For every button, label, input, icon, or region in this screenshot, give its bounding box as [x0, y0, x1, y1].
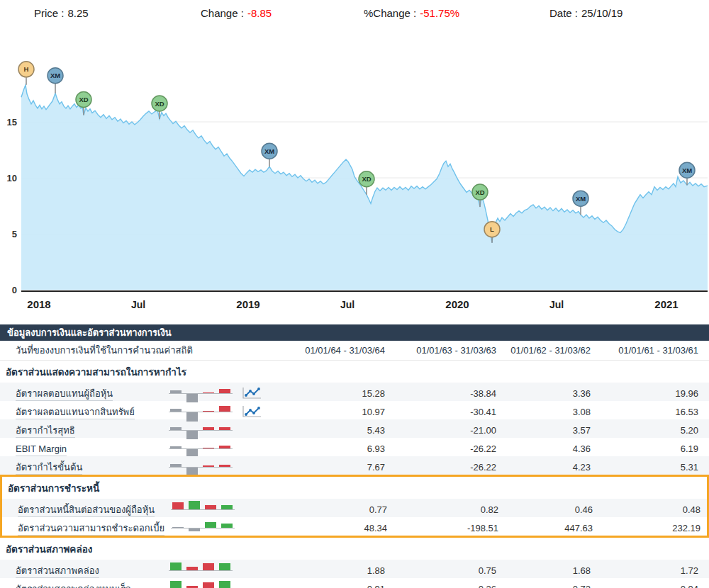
period-header: 01/01/64 - 31/03/64: [284, 345, 385, 356]
value-cell: 5.20: [591, 425, 698, 436]
quote-header: Price :8.25 Change :-8.85 %Change :-51.7…: [0, 7, 709, 24]
value-cell: 0.75: [385, 565, 496, 576]
value-cell: -38.84: [385, 388, 496, 399]
metric-label[interactable]: อัตราส่วนความสามารถชำระดอกเบี้ย: [18, 523, 164, 536]
metric-label[interactable]: อัตรากำไรสุทธิ: [16, 425, 75, 438]
price-area-chart[interactable]: 0510152018Jul2019Jul2020Jul2021HXMXDXDXM…: [0, 43, 709, 319]
event-marker-label: XM: [264, 147, 274, 155]
x-axis-tick-label: 2021: [654, 298, 678, 310]
value-cell: 7.67: [284, 462, 385, 473]
event-marker-label: XD: [79, 96, 88, 103]
table-row-current-ratio: อัตราส่วนสภาพคล่อง 1.88 0.75 1.68 1.72: [0, 560, 709, 578]
minibar-bar: [203, 411, 214, 412]
minibar-bar: [172, 502, 184, 509]
metric-label[interactable]: อัตราผลตอบแทนผู้ถือหุ้น: [16, 388, 113, 401]
period-header: 01/01/61 - 31/03/61: [591, 345, 698, 356]
y-axis-tick-label: 10: [7, 173, 17, 183]
minibar-bar: [203, 465, 214, 467]
price-area-fill: [21, 85, 708, 290]
metric-label[interactable]: อัตรากำไรขั้นต้น: [16, 462, 82, 475]
minibar-bar: [203, 427, 214, 430]
event-marker-label: XD: [155, 100, 164, 108]
date-value: 25/10/19: [581, 7, 623, 19]
minibar-bar: [203, 563, 214, 570]
price-display: Price :8.25: [34, 7, 89, 19]
minibar-axis: [169, 448, 233, 449]
section-liquidity: อัตราส่วนสภาพคล่อง อัตราส่วนสภาพคล่อง 1.…: [0, 538, 709, 588]
value-cell: 6.93: [284, 443, 385, 454]
value-cell: 0.91: [284, 584, 385, 588]
sparkline-chart-icon[interactable]: [241, 386, 262, 400]
event-marker-label: XM: [682, 166, 692, 174]
minibar-axis: [171, 509, 235, 510]
value-cell: 0.77: [286, 504, 387, 515]
metric-label[interactable]: อัตราผลตอบแทนจากสินทรัพย์: [16, 407, 135, 419]
minibar-bar: [219, 406, 230, 412]
minibar-chart: [169, 578, 233, 588]
minibar-bar: [186, 468, 198, 475]
table-row-roa: อัตราผลตอบแทนจากสินทรัพย์ 10.97 -30.41 3…: [0, 401, 709, 419]
metric-label[interactable]: EBIT Margin: [16, 443, 67, 456]
pct-change-display: %Change :-51.75%: [364, 7, 459, 19]
value-cell: 5.31: [591, 462, 698, 473]
minibar-bar: [203, 582, 214, 588]
value-cell: -30.41: [385, 407, 496, 417]
value-cell: 0.48: [593, 504, 700, 515]
value-cell: 0.36: [385, 584, 496, 588]
table-row-de-ratio: อัตราส่วนหนี้สินต่อส่วนของผู้ถือหุ้น 0.7…: [2, 499, 707, 517]
value-cell: 0.94: [591, 584, 698, 588]
metric-label[interactable]: อัตราส่วนสภาพคล่อง: [16, 565, 99, 578]
minibar-bar: [219, 446, 230, 448]
sparkline-chart-icon[interactable]: [241, 405, 262, 419]
minibar-axis: [169, 412, 233, 412]
price-value: 8.25: [68, 7, 89, 19]
minibar-chart: [171, 517, 235, 538]
minibar-bar: [221, 505, 233, 509]
x-axis-tick-label: 2018: [27, 298, 50, 310]
minibar-bar: [186, 449, 198, 456]
minibar-axis: [169, 467, 233, 468]
minibar-axis: [169, 393, 233, 394]
value-cell: 48.34: [286, 523, 387, 533]
table-row-ebit-margin: EBIT Margin 6.93 -26.22 4.36 6.19: [0, 438, 709, 456]
table-row-interest-coverage: อัตราส่วนความสามารถชำระดอกเบี้ย 48.34 -1…: [2, 517, 707, 536]
value-cell: 10.97: [284, 407, 385, 417]
value-cell: -26.22: [385, 443, 496, 454]
value-cell: 1.88: [284, 565, 385, 576]
table-row-roe: อัตราผลตอบแทนผู้ถือหุ้น 15.28 -38.84 3.3…: [0, 383, 709, 401]
price-chart-area[interactable]: 0510152018Jul2019Jul2020Jul2021HXMXDXDXM…: [0, 43, 709, 319]
minibar-bar: [219, 581, 230, 588]
y-axis-tick-label: 15: [7, 117, 17, 128]
event-marker-label: XD: [475, 188, 484, 196]
date-display: Date :25/10/19: [549, 7, 623, 19]
value-cell: 3.57: [496, 425, 591, 436]
period-header: 01/01/63 - 31/03/63: [385, 345, 496, 356]
value-cell: 5.43: [284, 425, 385, 436]
metric-label[interactable]: อัตราส่วนหนี้สินต่อส่วนของผู้ถือหุ้น: [18, 504, 155, 517]
minibar-bar: [203, 392, 214, 393]
minibar-bar: [170, 390, 182, 393]
minibar-bar: [170, 581, 182, 588]
minibar-axis: [169, 570, 233, 571]
metric-label[interactable]: อัตราส่วนสภาพคล่องหมุนเร็ว: [16, 584, 131, 588]
minibar-bar: [170, 446, 182, 448]
value-cell: -26.22: [385, 462, 496, 473]
value-cell: 16.53: [591, 407, 698, 417]
date-label: Date :: [549, 7, 578, 19]
minibar-axis: [171, 528, 235, 528]
event-marker-label: XM: [576, 195, 586, 203]
minibar-bar: [186, 567, 198, 570]
value-cell: 1.72: [591, 565, 698, 576]
value-cell: 447.63: [498, 523, 593, 533]
minibar-bar: [170, 427, 182, 430]
event-marker-label: XM: [50, 72, 60, 79]
section-header: อัตราส่วนแสดงความสามารถในการหากำไร: [0, 361, 709, 383]
section-header: อัตราส่วนสภาพคล่อง: [0, 538, 709, 560]
section-debt-highlight-box: อัตราส่วนการชำระหนี้ อัตราส่วนหนี้สินต่อ…: [0, 475, 709, 538]
x-axis-tick-label: 2019: [236, 298, 259, 310]
x-axis-tick-label: 2020: [445, 298, 469, 310]
section-header: อัตราส่วนการชำระหนี้: [2, 477, 707, 499]
value-cell: 0.72: [496, 584, 591, 588]
minibar-bar: [172, 527, 184, 528]
value-cell: 19.96: [591, 388, 698, 399]
